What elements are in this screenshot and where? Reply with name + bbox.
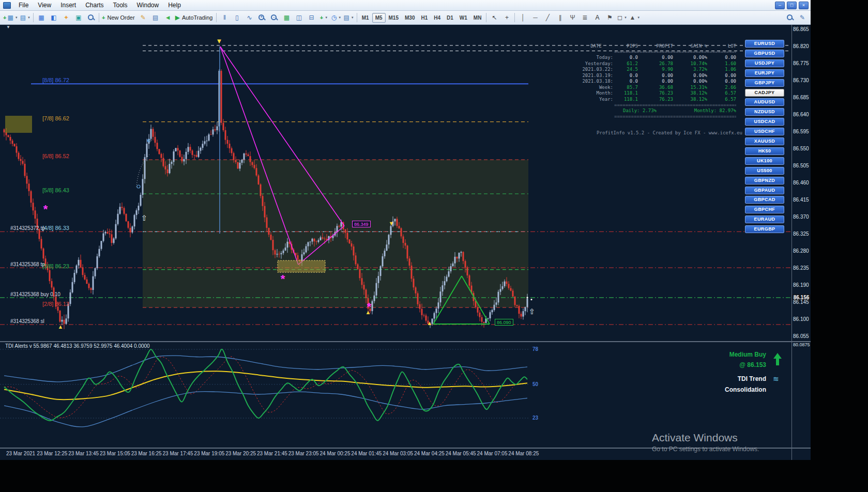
symbol-button-usdcad[interactable]: USDCAD	[745, 118, 784, 126]
symbol-button-gbpchf[interactable]: GBPCHF	[745, 206, 784, 213]
print-button[interactable]: ▤	[149, 12, 162, 23]
symbol-button-eurusd[interactable]: EURUSD	[745, 40, 784, 48]
menu-view[interactable]: View	[33, 1, 56, 10]
menu-file[interactable]: File	[14, 1, 33, 10]
symbol-button-gbpusd[interactable]: GBPUSD	[745, 50, 784, 57]
plus-icon: +	[320, 14, 323, 21]
candlestick-chart-button[interactable]: ▯	[231, 12, 243, 23]
symbol-button-euraud[interactable]: EURAUD	[745, 216, 784, 223]
symbol-button-cadjpy[interactable]: CADJPY	[745, 89, 784, 97]
timeframe-m1-button[interactable]: M1	[359, 13, 372, 23]
tile-windows-button[interactable]: ▦	[280, 12, 293, 23]
line-chart-icon: ∿	[247, 14, 252, 21]
line-chart-button[interactable]: ∿	[243, 12, 255, 23]
bar-chart-button[interactable]: ǁ	[218, 12, 231, 23]
periods-icon: ◷	[331, 14, 337, 21]
channel-button[interactable]: ∥	[554, 12, 566, 23]
restore-button[interactable]: □	[787, 2, 797, 9]
symbol-button-hk50[interactable]: HK50	[745, 147, 784, 155]
metaeditor-button[interactable]: ✎	[137, 12, 149, 23]
toolbar-separator	[514, 13, 515, 22]
indicators-button[interactable]: +▼	[317, 12, 330, 23]
cascade-windows-button[interactable]: ◫	[293, 12, 305, 23]
alerts-button[interactable]: ◄	[162, 12, 174, 23]
new-order-button[interactable]: +New Order	[101, 12, 137, 23]
symbol-button-xauusd[interactable]: XAUUSD	[745, 137, 784, 145]
timeframe-h1-button[interactable]: H1	[418, 13, 431, 23]
candlestick-chart[interactable]	[0, 25, 791, 341]
arrange-windows-button[interactable]: ⊟	[305, 12, 317, 23]
toolbar-separator	[216, 13, 217, 22]
terminal-icon: ▣	[75, 14, 81, 21]
zoom-in-button[interactable]: +	[255, 12, 268, 23]
symbol-button-gbpnzd[interactable]: GBPNZD	[745, 177, 784, 185]
symbol-button-usdchf[interactable]: USDCHF	[745, 128, 784, 135]
periods-button[interactable]: ◷▼	[330, 12, 342, 23]
zoom-in-magnifier-icon: +	[258, 14, 265, 21]
symbol-button-us500[interactable]: US500	[745, 167, 784, 175]
symbol-button-eurgbp[interactable]: EURGBP	[745, 225, 784, 233]
time-axis[interactable]	[0, 449, 811, 460]
terminal-button[interactable]: ▣	[72, 12, 85, 23]
timeframe-m15-button[interactable]: M15	[386, 13, 402, 23]
quick-draw-button[interactable]: ✎	[796, 12, 809, 23]
zoom-out-magnifier-icon: -	[270, 14, 278, 21]
symbol-button-gbpjpy[interactable]: GBPJPY	[745, 79, 784, 87]
templates-button[interactable]: ▤▼	[342, 12, 355, 23]
menu-bar: FileViewInsertChartsToolsWindowHelp –□×	[0, 0, 811, 11]
timeframe-d1-button[interactable]: D1	[444, 13, 456, 23]
label-button[interactable]: ⚑	[603, 12, 616, 23]
minimize-button[interactable]: –	[775, 2, 785, 9]
market-watch-button[interactable]: ▦	[35, 12, 48, 23]
close-button[interactable]: ×	[799, 2, 809, 9]
autotrading-button-label: AutoTrading	[181, 14, 214, 21]
profiles-button[interactable]: ▤▼	[19, 12, 32, 23]
vertical-line-button[interactable]: │	[516, 12, 529, 23]
symbol-button-nzdusd[interactable]: NZDUSD	[745, 108, 784, 116]
new-chart-button[interactable]: +▦▼	[2, 12, 19, 23]
menu-charts[interactable]: Charts	[81, 1, 108, 10]
horizontal-line-icon: ─	[533, 14, 538, 21]
arrows-button[interactable]: ▲▼	[628, 12, 641, 23]
timeframe-mn-button[interactable]: MN	[470, 13, 485, 23]
fibonacci-button[interactable]: ≣	[578, 12, 591, 23]
symbol-button-uk100[interactable]: UK100	[745, 157, 784, 165]
symbol-button-eurjpy[interactable]: EURJPY	[745, 69, 784, 77]
timeframe-m30-button[interactable]: M30	[402, 13, 418, 23]
text-icon: A	[595, 14, 599, 21]
shapes-button[interactable]: ◻▼	[616, 12, 628, 23]
menu-tools[interactable]: Tools	[109, 1, 132, 10]
menu-insert[interactable]: Insert	[56, 1, 81, 10]
data-window-button[interactable]: ◧	[48, 12, 60, 23]
menu-help[interactable]: Help	[163, 1, 186, 10]
crosshair-button[interactable]: +	[500, 12, 513, 23]
pitchfork-icon: Ψ	[570, 14, 575, 21]
tdi-indicator-chart[interactable]	[0, 342, 791, 448]
text-button[interactable]: A	[591, 12, 603, 23]
symbol-button-audusd[interactable]: AUDUSD	[745, 98, 784, 106]
app-logo-icon	[3, 2, 11, 9]
navigator-button[interactable]: ✦	[60, 12, 72, 23]
search-button[interactable]	[784, 12, 796, 23]
timeframe-m5-button[interactable]: M5	[372, 13, 386, 23]
strategy-tester-button[interactable]	[85, 12, 97, 23]
price-axis[interactable]	[791, 25, 811, 460]
tdi-indicator-pane[interactable]	[0, 342, 791, 448]
dropdown-caret-icon: ▼	[27, 16, 31, 19]
zoom-out-button[interactable]: -	[268, 12, 280, 23]
symbol-button-gbpaud[interactable]: GBPAUD	[745, 187, 784, 194]
menu-window[interactable]: Window	[132, 1, 164, 10]
horizontal-line-button[interactable]: ─	[529, 12, 541, 23]
toolbar-separator	[357, 13, 357, 22]
cursor-button[interactable]: ↖	[488, 12, 500, 23]
trendline-button[interactable]: ╱	[541, 12, 554, 23]
timeframe-h4-button[interactable]: H4	[431, 13, 444, 23]
dropdown-caret-icon: ▼	[351, 16, 354, 19]
autotrading-button[interactable]: ▶AutoTrading	[174, 12, 215, 23]
symbol-button-gbpcad[interactable]: GBPCAD	[745, 196, 784, 204]
data-window-icon: ◧	[51, 14, 56, 21]
timeframe-w1-button[interactable]: W1	[456, 13, 470, 23]
main-chart-pane[interactable]	[0, 25, 791, 341]
pitchfork-button[interactable]: Ψ	[566, 12, 578, 23]
symbol-button-usdjpy[interactable]: USDJPY	[745, 59, 784, 67]
